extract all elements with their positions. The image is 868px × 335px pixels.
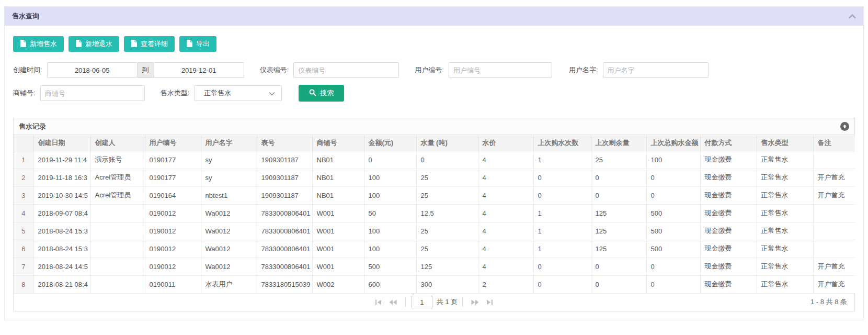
records-table: 创建日期创建人用户编号用户名字表号商铺号金额(元)水量 (吨)水价上次购水次数上… <box>14 135 855 294</box>
table-row[interactable]: 72018-08-24 14:50190012Wa001278330008064… <box>14 258 855 275</box>
table-cell: 4 <box>478 169 533 186</box>
table-cell: 7833000806401 <box>257 240 312 258</box>
table-cell: 0190164 <box>145 186 201 204</box>
user-no-input[interactable] <box>449 62 552 78</box>
table-cell: 1909301187 <box>257 169 312 186</box>
table-cell: 开户首充 <box>813 258 855 275</box>
column-header: 创建人 <box>90 135 145 151</box>
new-refund-button[interactable]: 新增退水 <box>68 36 119 52</box>
table-row[interactable]: 42018-09-07 08:40190012Wa001278330008064… <box>14 204 855 222</box>
collapse-chevron-icon[interactable] <box>849 14 856 19</box>
records-panel: 售水记录 创建日期创建人用户编号用户名字表号商铺号金额(元)水量 (吨)水价上次… <box>13 118 855 311</box>
sale-type-select[interactable]: 正常售水 <box>194 85 282 101</box>
new-sale-button[interactable]: 新增售水 <box>13 36 64 52</box>
search-button[interactable]: 搜索 <box>299 85 344 102</box>
date-from-input[interactable] <box>47 62 138 78</box>
table-cell: 0190012 <box>145 222 201 240</box>
column-header: 创建日期 <box>33 135 90 151</box>
meter-no-filter: 仪表编号: <box>260 62 399 78</box>
table-cell: 2018-08-24 15:3 <box>33 222 90 240</box>
table-cell: W001 <box>312 222 364 240</box>
table-cell: 开户首充 <box>813 169 855 186</box>
table-row[interactable]: 12019-11-29 11:4演示账号0190177sy1909301187N… <box>14 151 855 169</box>
new-sale-label: 新增售水 <box>30 39 57 49</box>
table-cell: Wa0012 <box>201 222 257 240</box>
panel-body: 新增售水 新增退水 查看详细 导出 创建时间: 到 <box>5 26 863 320</box>
table-row[interactable]: 62018-08-24 15:30190012Wa001278330008064… <box>14 240 855 258</box>
table-cell: 125 <box>416 258 478 275</box>
page-input[interactable] <box>412 296 432 308</box>
table-row[interactable]: 32019-10-30 14:5Acrel管理员0190164nbtest119… <box>14 186 855 204</box>
new-refund-label: 新增退水 <box>85 39 112 49</box>
prev-page-button[interactable] <box>389 299 397 305</box>
table-cell: 4 <box>478 151 533 169</box>
file-icon <box>75 40 82 49</box>
table-cell: 现金缴费 <box>700 151 757 169</box>
table-cell: nbtest1 <box>201 186 257 204</box>
table-cell: NB01 <box>312 186 364 204</box>
table-cell: 1909301187 <box>257 151 312 169</box>
user-no-label: 用户编号: <box>415 65 444 75</box>
table-cell: 7833000806401 <box>257 258 312 275</box>
table-cell: 100 <box>364 169 416 186</box>
shop-no-label: 商铺号: <box>13 88 36 98</box>
table-cell <box>90 240 145 258</box>
table-cell: 开户首充 <box>813 186 855 204</box>
table-cell: 25 <box>416 186 478 204</box>
table-cell: 0 <box>416 151 478 169</box>
column-header: 上次剩余量 <box>591 135 646 151</box>
table-cell: 1 <box>533 204 591 222</box>
next-page-button[interactable] <box>471 299 479 305</box>
table-cell: 100 <box>364 186 416 204</box>
chevron-down-icon <box>269 90 275 97</box>
sale-type-filter: 售水类型: 正常售水 <box>161 85 282 101</box>
table-cell: Wa0012 <box>201 258 257 275</box>
view-detail-button[interactable]: 查看详细 <box>124 36 175 52</box>
table-cell: 100 <box>364 240 416 258</box>
column-header: 水量 (吨) <box>416 135 478 151</box>
column-header: 售水类型 <box>757 135 813 151</box>
user-name-label: 用户名字: <box>569 65 598 75</box>
table-cell: 现金缴费 <box>700 275 757 293</box>
scroll-top-icon[interactable] <box>840 122 849 131</box>
table-cell: 现金缴费 <box>700 169 757 186</box>
table-cell: W001 <box>312 240 364 258</box>
table-cell: 0190012 <box>145 258 201 275</box>
table-cell <box>90 204 145 222</box>
user-name-filter: 用户名字: <box>569 62 709 78</box>
range-label: 1 - 8 共 8 条 <box>810 297 847 307</box>
table-cell <box>90 222 145 240</box>
table-cell: Wa0012 <box>201 240 257 258</box>
date-range-to-label: 到 <box>138 62 154 78</box>
date-to-input[interactable] <box>154 62 244 78</box>
table-cell: 0190012 <box>145 204 201 222</box>
table-cell: 2 <box>478 275 533 293</box>
user-name-input[interactable] <box>603 62 709 78</box>
column-header <box>14 135 33 151</box>
table-cell: 0 <box>533 275 591 293</box>
column-header: 备注 <box>813 135 855 151</box>
table-cell: 0 <box>646 186 700 204</box>
table-cell: 正常售水 <box>757 151 813 169</box>
table-row[interactable]: 22019-11-18 16:3Acrel管理员0190177sy1909301… <box>14 169 855 186</box>
page-title: 售水查询 <box>12 12 39 21</box>
search-label: 搜索 <box>320 88 334 98</box>
last-page-button[interactable] <box>486 299 493 305</box>
first-page-button[interactable] <box>375 299 382 305</box>
table-cell: 125 <box>591 222 646 240</box>
table-cell: 2018-09-07 08:4 <box>33 204 90 222</box>
meter-no-input[interactable] <box>293 62 399 78</box>
table-cell: 4 <box>478 186 533 204</box>
table-cell: 300 <box>416 275 478 293</box>
table-row[interactable]: 52018-08-24 15:30190012Wa001278330008064… <box>14 222 855 240</box>
export-button[interactable]: 导出 <box>179 36 216 52</box>
column-header: 用户编号 <box>145 135 201 151</box>
table-cell: 现金缴费 <box>700 258 757 275</box>
table-cell: W001 <box>312 204 364 222</box>
table-cell: 正常售水 <box>757 222 813 240</box>
shop-no-input[interactable] <box>40 85 145 101</box>
view-detail-label: 查看详细 <box>141 39 168 49</box>
table-row[interactable]: 82018-08-21 08:40190011水表用户7833180515039… <box>14 275 855 293</box>
sale-type-value: 正常售水 <box>204 88 231 98</box>
export-label: 导出 <box>196 39 210 49</box>
